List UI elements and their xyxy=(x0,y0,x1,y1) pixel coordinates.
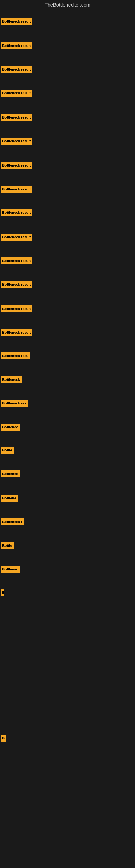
bottleneck-row-1: Bottleneck result xyxy=(1,18,32,26)
bottleneck-row-19: Bottle xyxy=(1,446,14,454)
bottleneck-row-24: Bottlenec xyxy=(1,565,20,574)
bottleneck-row-7: Bottleneck result xyxy=(1,161,32,169)
bottleneck-row-23: Bottle xyxy=(1,542,14,550)
bottleneck-row-22: Bottleneck r xyxy=(1,518,24,526)
bottleneck-bar-20[interactable]: Bottlenec xyxy=(1,470,20,477)
bottleneck-bar-2[interactable]: Bottleneck result xyxy=(1,42,32,50)
bottleneck-bar-4[interactable]: Bottleneck result xyxy=(1,90,32,97)
bottleneck-bar-6[interactable]: Bottleneck result xyxy=(1,137,32,145)
bottleneck-bar-1[interactable]: Bottleneck result xyxy=(1,18,32,25)
bottleneck-row-11: Bottleneck result xyxy=(1,257,32,265)
bottleneck-bar-3[interactable]: Bottleneck result xyxy=(1,66,32,73)
bottleneck-bar-14[interactable]: Bottleneck result xyxy=(1,329,32,336)
bottleneck-row-29: Bo xyxy=(1,734,6,742)
bottleneck-bar-17[interactable]: Bottleneck res xyxy=(1,400,28,407)
bottleneck-row-18: Bottlenec xyxy=(1,423,20,431)
bottleneck-row-2: Bottleneck result xyxy=(1,42,32,50)
bottleneck-bar-13[interactable]: Bottleneck result xyxy=(1,305,32,312)
bottleneck-bar-23[interactable]: Bottle xyxy=(1,542,14,549)
bottleneck-bar-18[interactable]: Bottlenec xyxy=(1,424,20,431)
bottleneck-bar-16[interactable]: Bottleneck xyxy=(1,376,21,383)
bottleneck-bar-24[interactable]: Bottlenec xyxy=(1,566,20,573)
bottleneck-row-15: Bottleneck resu xyxy=(1,352,30,360)
bottleneck-bar-21[interactable]: Bottlene xyxy=(1,495,18,502)
bottleneck-bar-7[interactable]: Bottleneck result xyxy=(1,162,32,169)
bottleneck-bar-5[interactable]: Bottleneck result xyxy=(1,114,32,121)
bottleneck-bar-8[interactable]: Bottleneck result xyxy=(1,186,32,193)
bottleneck-bar-19[interactable]: Bottle xyxy=(1,447,14,454)
bottleneck-row-4: Bottleneck result xyxy=(1,89,32,97)
bottleneck-row-20: Bottlenec xyxy=(1,470,20,478)
bottleneck-row-12: Bottleneck result xyxy=(1,280,32,289)
bottleneck-bar-11[interactable]: Bottleneck result xyxy=(1,257,32,265)
bottleneck-bar-12[interactable]: Bottleneck result xyxy=(1,281,32,288)
bottleneck-row-3: Bottleneck result xyxy=(1,65,32,73)
bottleneck-row-17: Bottleneck res xyxy=(1,399,28,407)
bottleneck-row-9: Bottleneck result xyxy=(1,209,32,217)
bottleneck-bar-25[interactable]: B xyxy=(1,589,4,596)
site-title: TheBottlenecker.com xyxy=(0,0,135,10)
bottleneck-bar-15[interactable]: Bottleneck resu xyxy=(1,352,30,360)
bottleneck-bar-29[interactable]: Bo xyxy=(1,735,6,742)
bottleneck-row-8: Bottleneck result xyxy=(1,185,32,193)
bottleneck-bar-10[interactable]: Bottleneck result xyxy=(1,234,32,241)
bottleneck-row-13: Bottleneck result xyxy=(1,305,32,313)
bottleneck-row-14: Bottleneck result xyxy=(1,329,32,337)
bottleneck-row-25: B xyxy=(1,589,4,597)
bottleneck-row-10: Bottleneck result xyxy=(1,233,32,241)
bottleneck-bar-9[interactable]: Bottleneck result xyxy=(1,209,32,216)
bottleneck-row-21: Bottlene xyxy=(1,494,18,502)
bottleneck-row-5: Bottleneck result xyxy=(1,113,32,122)
bottleneck-row-6: Bottleneck result xyxy=(1,137,32,145)
bottleneck-row-16: Bottleneck xyxy=(1,376,21,384)
bottleneck-bar-22[interactable]: Bottleneck r xyxy=(1,518,24,525)
